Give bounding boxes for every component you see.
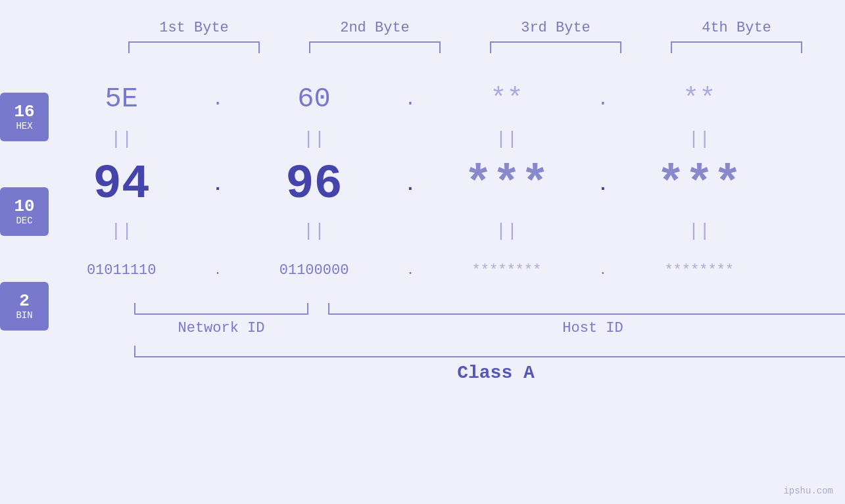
id-labels-row: Network ID Host ID	[134, 320, 845, 336]
bin-b3-value: ********	[472, 262, 542, 279]
main-container: 1st Byte 2nd Byte 3rd Byte 4th Byte 16 H…	[0, 0, 845, 504]
dec-dot-3: .	[587, 175, 619, 195]
bracket-top-3	[490, 41, 621, 53]
dec-b1-value: 94	[93, 158, 149, 212]
bracket-top-2	[309, 41, 441, 53]
hex-b3-value: **	[490, 83, 523, 115]
hex-b2-value: 60	[297, 83, 330, 115]
full-bracket	[134, 346, 845, 357]
dec-dot-2: .	[394, 175, 427, 195]
hex-badge: 16 HEX	[0, 93, 49, 141]
dec-b4: ***	[633, 158, 765, 212]
hex-dot-3: .	[587, 89, 619, 110]
bin-b2: 01100000	[249, 262, 380, 279]
bin-b1-value: 01011110	[87, 262, 157, 279]
bin-base-number: 2	[19, 292, 30, 311]
dec-b4-value: ***	[656, 158, 742, 212]
bottom-brackets	[134, 303, 845, 315]
byte-headers: 1st Byte 2nd Byte 3rd Byte 4th Byte	[104, 20, 827, 36]
bin-dot-1: .	[201, 263, 234, 278]
bin-badge: 2 BIN	[0, 282, 49, 331]
byte2-header: 2nd Byte	[293, 20, 457, 36]
full-bracket-row	[134, 346, 845, 357]
labels-column: 16 HEX 10 DEC 2 BIN	[0, 66, 49, 383]
hex-b4: **	[633, 83, 765, 115]
dec-b2-value: 96	[285, 158, 342, 212]
top-brackets-row	[104, 41, 827, 53]
bin-b4: ********	[633, 262, 765, 279]
dec-row: 94 . 96 . *** . ***	[49, 152, 772, 218]
watermark: ipshu.com	[783, 486, 833, 496]
hex-b4-value: **	[683, 83, 715, 115]
bin-dot-2: .	[394, 263, 427, 278]
bin-b2-value: 01100000	[279, 262, 349, 279]
byte3-header: 3rd Byte	[473, 20, 638, 36]
bin-dot-3: .	[587, 263, 619, 278]
hex-dot-1: .	[201, 89, 234, 110]
bin-row: 01011110 . 01100000 . ******** .	[49, 244, 772, 296]
eq-row-2: || || || ||	[49, 218, 772, 244]
bin-b1: 01011110	[56, 262, 187, 279]
hex-base-number: 16	[14, 103, 34, 122]
hex-base-label: HEX	[16, 122, 32, 131]
eq-row-1: || || || ||	[49, 126, 772, 152]
hex-b2: 60	[249, 83, 380, 115]
bottom-section: Network ID Host ID Class A	[134, 303, 845, 383]
bracket-host	[328, 303, 845, 315]
dec-b1: 94	[56, 158, 187, 212]
content-area: 16 HEX 10 DEC 2 BIN 5E .	[0, 66, 845, 383]
byte1-header: 1st Byte	[112, 20, 276, 36]
hex-b3: **	[441, 83, 572, 115]
dec-dot-1: .	[201, 175, 234, 195]
dec-b3: ***	[441, 158, 572, 212]
hex-b1-value: 5E	[105, 83, 137, 115]
data-grid: 5E . 60 . ** . **	[49, 66, 845, 383]
hex-row: 5E . 60 . ** . **	[49, 73, 772, 126]
dec-b2: 96	[249, 158, 380, 212]
hex-dot-2: .	[394, 89, 427, 110]
class-label: Class A	[457, 363, 535, 383]
dec-base-number: 10	[14, 197, 34, 216]
bin-b4-value: ********	[664, 262, 734, 279]
dec-b3-value: ***	[464, 158, 550, 212]
bracket-top-1	[128, 41, 260, 53]
bin-b3: ********	[441, 262, 572, 279]
dec-base-label: DEC	[16, 216, 32, 226]
bracket-top-4	[671, 41, 802, 53]
network-id-label: Network ID	[134, 320, 308, 336]
bracket-network	[134, 303, 308, 315]
hex-b1: 5E	[56, 83, 187, 115]
dec-badge: 10 DEC	[0, 187, 49, 236]
byte4-header: 4th Byte	[654, 20, 819, 36]
bin-base-label: BIN	[16, 311, 32, 321]
host-id-label: Host ID	[328, 320, 845, 336]
class-label-row: Class A	[134, 363, 845, 383]
